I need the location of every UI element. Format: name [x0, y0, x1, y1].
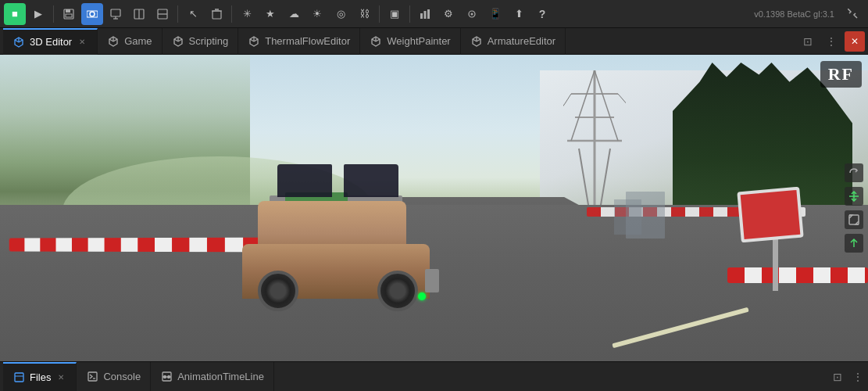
separator-3	[231, 5, 232, 23]
svg-rect-2	[66, 14, 72, 17]
scripting-icon	[172, 35, 184, 48]
tab-scripting[interactable]: Scripting	[163, 28, 239, 55]
delete-button[interactable]	[205, 3, 227, 25]
car-body	[242, 205, 430, 299]
tab-game[interactable]: Game	[98, 28, 162, 55]
link-button[interactable]: ⛓	[353, 3, 375, 25]
svg-point-19	[471, 13, 473, 15]
bottom-tab-files-close[interactable]: ✕	[55, 372, 66, 383]
road-sign-board	[737, 187, 803, 243]
svg-rect-17	[427, 9, 430, 19]
fullscreen-button[interactable]	[842, 3, 864, 25]
gear-button[interactable]: ⚙	[438, 3, 459, 25]
stop-button[interactable]: ■	[4, 3, 26, 25]
svg-line-43	[595, 70, 618, 141]
viewport: RF	[0, 55, 868, 361]
brightness-button[interactable]: ☀	[306, 3, 328, 25]
car	[242, 205, 430, 299]
bottom-tab-files[interactable]: Files ✕	[3, 362, 77, 392]
display-button[interactable]	[105, 3, 127, 25]
bottom-tab-animation[interactable]: AnimationTimeLine	[151, 362, 274, 392]
upload-button[interactable]: ⬆	[508, 3, 530, 25]
tab-weight-painter-label: WeightPainter	[387, 35, 450, 47]
svg-line-37	[473, 39, 477, 41]
tabs-maximize-button[interactable]: ⊡	[798, 31, 818, 52]
tab-weight-painter[interactable]: WeightPainter	[360, 28, 460, 55]
car-wheel-rear-left	[377, 271, 418, 311]
bottom-tab-console-label: Console	[103, 371, 141, 382]
svg-rect-15	[420, 13, 423, 19]
car-indicator-green	[418, 292, 426, 300]
tab-3d-editor-label: 3D Editor	[30, 36, 72, 48]
bottom-tab-animation-label: AnimationTimeLine	[177, 371, 264, 382]
svg-point-3	[90, 12, 95, 16]
thermal-icon	[248, 35, 260, 48]
car-window-right	[344, 164, 398, 197]
help-button[interactable]: ?	[531, 3, 553, 25]
console-icon	[86, 371, 98, 383]
tab-armature-editor-label: ArmatureEditor	[488, 35, 555, 47]
svg-line-31	[250, 39, 254, 41]
animation-icon	[160, 371, 173, 383]
svg-line-36	[477, 39, 480, 41]
tabs-end-buttons: ⊡ ⋮ ✕	[798, 31, 868, 52]
tab-thermal-flow-editor[interactable]: ThermalFlowEditor	[238, 28, 360, 55]
bottom-more-button[interactable]: ⋮	[848, 367, 868, 387]
svg-rect-1	[66, 9, 70, 13]
svg-line-22	[15, 40, 19, 42]
svg-line-33	[376, 39, 380, 41]
svg-rect-12	[213, 11, 221, 19]
svg-rect-5	[111, 9, 120, 16]
tab-armature-editor[interactable]: ArmatureEditor	[461, 28, 566, 55]
select-button[interactable]: ↖	[182, 3, 204, 25]
viewport-icon-up[interactable]	[845, 234, 863, 253]
tab-game-label: Game	[124, 35, 152, 47]
viewport-icon-rotate[interactable]	[845, 163, 863, 182]
tab-3d-editor-close[interactable]: ✕	[77, 37, 88, 48]
chart-button[interactable]	[414, 3, 436, 25]
viewport-watermark: RF	[820, 61, 862, 88]
separator-5	[409, 5, 410, 23]
road-sign-post	[773, 232, 778, 291]
monitor-button[interactable]: ▣	[384, 3, 405, 25]
files-icon	[13, 371, 25, 384]
play-button[interactable]: ▶	[27, 3, 49, 25]
tabs-more-button[interactable]: ⋮	[821, 31, 841, 52]
separator-2	[177, 5, 178, 23]
building-2	[614, 199, 641, 235]
viewport-icon-move[interactable]	[845, 187, 863, 206]
top-toolbar: ■ ▶ ↖ ✳ ★ ☁ ☀ ◎ ⛓ ▣ ⚙ 📱 ⬆ ?	[0, 0, 868, 28]
camera-button[interactable]	[81, 3, 103, 25]
svg-rect-50	[15, 373, 23, 382]
viewport-icon-scale[interactable]	[845, 210, 863, 229]
version-label: v0.1398 BetaC gl:3.1	[754, 9, 841, 19]
game-icon	[107, 35, 120, 48]
tab-3d-editor[interactable]: 3D Editor ✕	[3, 28, 98, 55]
circle-button[interactable]: ◎	[330, 3, 352, 25]
svg-line-27	[178, 39, 182, 41]
viewport-icons	[845, 163, 863, 253]
tab-scripting-label: Scripting	[189, 35, 229, 47]
bottom-tab-console[interactable]: Console	[77, 362, 151, 392]
close-workspace-button[interactable]: ✕	[845, 31, 865, 52]
svg-line-25	[109, 39, 113, 41]
sun-button[interactable]: ✳	[236, 3, 258, 25]
star-button[interactable]: ★	[259, 3, 281, 25]
car-bumper	[425, 269, 439, 292]
settings2-button[interactable]	[461, 3, 483, 25]
cube-icon	[13, 36, 25, 48]
bottom-maximize-button[interactable]: ⊡	[827, 367, 848, 387]
svg-point-56	[163, 376, 166, 378]
layout2-button[interactable]	[152, 3, 173, 25]
svg-line-42	[571, 70, 595, 141]
separator-1	[53, 5, 54, 23]
svg-line-24	[113, 39, 117, 41]
save-button[interactable]	[58, 3, 80, 25]
svg-line-34	[372, 39, 376, 41]
separator-4	[379, 5, 380, 23]
layout1-button[interactable]	[128, 3, 150, 25]
android-button[interactable]: 📱	[484, 3, 506, 25]
cloud-button[interactable]: ☁	[283, 3, 305, 25]
bottom-tab-files-label: Files	[30, 371, 51, 383]
bottom-bar: Files ✕ Console AnimationTimeLine ⊡ ⋮	[0, 361, 868, 391]
